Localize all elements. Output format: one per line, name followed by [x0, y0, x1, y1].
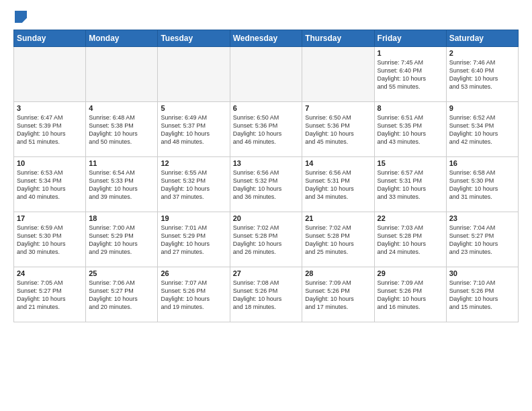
day-number: 9 [449, 104, 515, 112]
day-cell: 25Sunrise: 7:06 AM Sunset: 5:27 PM Dayli… [86, 267, 158, 322]
day-cell [230, 47, 302, 102]
calendar-table: SundayMondayTuesdayWednesdayThursdayFrid… [13, 30, 519, 322]
day-cell: 24Sunrise: 7:05 AM Sunset: 5:27 PM Dayli… [14, 267, 86, 322]
day-info: Sunrise: 6:53 AM Sunset: 5:34 PM Dayligh… [17, 169, 83, 201]
day-info: Sunrise: 6:50 AM Sunset: 5:36 PM Dayligh… [233, 113, 300, 146]
day-number: 10 [17, 159, 83, 167]
week-row-4: 24Sunrise: 7:05 AM Sunset: 5:27 PM Dayli… [14, 267, 519, 322]
logo-icon [15, 11, 27, 23]
day-cell: 27Sunrise: 7:08 AM Sunset: 5:26 PM Dayli… [230, 267, 302, 322]
day-cell: 20Sunrise: 7:02 AM Sunset: 5:28 PM Dayli… [230, 212, 302, 267]
day-info: Sunrise: 7:02 AM Sunset: 5:28 PM Dayligh… [305, 224, 371, 257]
day-number: 1 [378, 49, 443, 57]
day-number: 29 [378, 269, 443, 277]
day-info: Sunrise: 6:55 AM Sunset: 5:32 PM Dayligh… [161, 169, 226, 201]
day-info: Sunrise: 7:02 AM Sunset: 5:28 PM Dayligh… [233, 224, 300, 257]
day-number: 14 [305, 159, 371, 167]
col-header-monday: Monday [86, 30, 158, 47]
day-cell: 9Sunrise: 6:52 AM Sunset: 5:34 PM Daylig… [446, 102, 518, 157]
day-cell: 16Sunrise: 6:58 AM Sunset: 5:30 PM Dayli… [446, 157, 518, 212]
day-number: 21 [305, 214, 371, 222]
day-info: Sunrise: 7:01 AM Sunset: 5:29 PM Dayligh… [161, 224, 226, 257]
col-header-thursday: Thursday [302, 30, 374, 47]
day-info: Sunrise: 7:07 AM Sunset: 5:26 PM Dayligh… [161, 279, 226, 312]
day-cell: 17Sunrise: 6:59 AM Sunset: 5:30 PM Dayli… [14, 212, 86, 267]
day-cell: 18Sunrise: 7:00 AM Sunset: 5:29 PM Dayli… [86, 212, 158, 267]
day-cell: 22Sunrise: 7:03 AM Sunset: 5:28 PM Dayli… [374, 212, 446, 267]
col-header-sunday: Sunday [14, 30, 86, 47]
col-header-tuesday: Tuesday [158, 30, 230, 47]
day-cell: 10Sunrise: 6:53 AM Sunset: 5:34 PM Dayli… [14, 157, 86, 212]
header-row: SundayMondayTuesdayWednesdayThursdayFrid… [14, 30, 519, 47]
day-info: Sunrise: 7:10 AM Sunset: 5:26 PM Dayligh… [449, 279, 515, 312]
day-number: 13 [233, 159, 300, 167]
day-number: 3 [17, 104, 83, 112]
day-number: 22 [378, 214, 443, 222]
day-cell: 23Sunrise: 7:04 AM Sunset: 5:27 PM Dayli… [446, 212, 518, 267]
week-row-3: 17Sunrise: 6:59 AM Sunset: 5:30 PM Dayli… [14, 212, 519, 267]
day-number: 19 [161, 214, 226, 222]
day-info: Sunrise: 7:09 AM Sunset: 5:26 PM Dayligh… [378, 279, 443, 312]
day-info: Sunrise: 7:09 AM Sunset: 5:26 PM Dayligh… [305, 279, 371, 312]
day-cell: 5Sunrise: 6:49 AM Sunset: 5:37 PM Daylig… [158, 102, 230, 157]
day-info: Sunrise: 7:08 AM Sunset: 5:26 PM Dayligh… [233, 279, 300, 312]
day-info: Sunrise: 6:58 AM Sunset: 5:30 PM Dayligh… [449, 169, 515, 201]
day-number: 18 [89, 214, 154, 222]
day-number: 16 [449, 159, 515, 167]
day-cell: 6Sunrise: 6:50 AM Sunset: 5:36 PM Daylig… [230, 102, 302, 157]
day-number: 28 [305, 269, 371, 277]
day-cell: 3Sunrise: 6:47 AM Sunset: 5:39 PM Daylig… [14, 102, 86, 157]
day-info: Sunrise: 7:45 AM Sunset: 6:40 PM Dayligh… [378, 58, 443, 91]
day-cell: 11Sunrise: 6:54 AM Sunset: 5:33 PM Dayli… [86, 157, 158, 212]
day-cell: 30Sunrise: 7:10 AM Sunset: 5:26 PM Dayli… [446, 267, 518, 322]
day-info: Sunrise: 7:00 AM Sunset: 5:29 PM Dayligh… [89, 224, 154, 257]
day-info: Sunrise: 6:57 AM Sunset: 5:31 PM Dayligh… [378, 169, 443, 201]
week-row-2: 10Sunrise: 6:53 AM Sunset: 5:34 PM Dayli… [14, 157, 519, 212]
day-info: Sunrise: 7:06 AM Sunset: 5:27 PM Dayligh… [89, 279, 154, 312]
day-info: Sunrise: 7:46 AM Sunset: 6:40 PM Dayligh… [449, 58, 515, 91]
day-info: Sunrise: 6:50 AM Sunset: 5:36 PM Dayligh… [305, 113, 371, 146]
col-header-friday: Friday [374, 30, 446, 47]
day-info: Sunrise: 6:47 AM Sunset: 5:39 PM Dayligh… [17, 113, 83, 146]
day-number: 17 [17, 214, 83, 222]
col-header-wednesday: Wednesday [230, 30, 302, 47]
day-number: 7 [305, 104, 371, 112]
day-info: Sunrise: 7:05 AM Sunset: 5:27 PM Dayligh… [17, 279, 83, 312]
day-number: 12 [161, 159, 226, 167]
day-cell: 8Sunrise: 6:51 AM Sunset: 5:35 PM Daylig… [374, 102, 446, 157]
week-row-1: 3Sunrise: 6:47 AM Sunset: 5:39 PM Daylig… [14, 102, 519, 157]
day-cell: 19Sunrise: 7:01 AM Sunset: 5:29 PM Dayli… [158, 212, 230, 267]
day-cell: 12Sunrise: 6:55 AM Sunset: 5:32 PM Dayli… [158, 157, 230, 212]
col-header-saturday: Saturday [446, 30, 518, 47]
day-cell: 29Sunrise: 7:09 AM Sunset: 5:26 PM Dayli… [374, 267, 446, 322]
day-cell: 13Sunrise: 6:56 AM Sunset: 5:32 PM Dayli… [230, 157, 302, 212]
day-cell [302, 47, 374, 102]
day-cell: 28Sunrise: 7:09 AM Sunset: 5:26 PM Dayli… [302, 267, 374, 322]
day-number: 11 [89, 159, 154, 167]
day-cell [14, 47, 86, 102]
day-number: 30 [449, 269, 515, 277]
day-number: 5 [161, 104, 226, 112]
week-row-0: 1Sunrise: 7:45 AM Sunset: 6:40 PM Daylig… [14, 47, 519, 102]
day-number: 2 [449, 49, 515, 57]
day-info: Sunrise: 6:51 AM Sunset: 5:35 PM Dayligh… [378, 113, 443, 146]
day-info: Sunrise: 6:48 AM Sunset: 5:38 PM Dayligh… [89, 113, 154, 146]
day-number: 23 [449, 214, 515, 222]
day-info: Sunrise: 6:49 AM Sunset: 5:37 PM Dayligh… [161, 113, 226, 146]
day-cell: 2Sunrise: 7:46 AM Sunset: 6:40 PM Daylig… [446, 47, 518, 102]
day-number: 27 [233, 269, 300, 277]
day-info: Sunrise: 6:56 AM Sunset: 5:32 PM Dayligh… [233, 169, 300, 201]
day-number: 25 [89, 269, 154, 277]
day-cell [158, 47, 230, 102]
header [13, 11, 519, 23]
day-cell: 26Sunrise: 7:07 AM Sunset: 5:26 PM Dayli… [158, 267, 230, 322]
day-info: Sunrise: 6:56 AM Sunset: 5:31 PM Dayligh… [305, 169, 371, 201]
day-cell: 15Sunrise: 6:57 AM Sunset: 5:31 PM Dayli… [374, 157, 446, 212]
day-number: 4 [89, 104, 154, 112]
day-info: Sunrise: 7:03 AM Sunset: 5:28 PM Dayligh… [378, 224, 443, 257]
page: SundayMondayTuesdayWednesdayThursdayFrid… [0, 0, 532, 411]
day-cell: 4Sunrise: 6:48 AM Sunset: 5:38 PM Daylig… [86, 102, 158, 157]
day-number: 26 [161, 269, 226, 277]
day-cell: 21Sunrise: 7:02 AM Sunset: 5:28 PM Dayli… [302, 212, 374, 267]
day-info: Sunrise: 7:04 AM Sunset: 5:27 PM Dayligh… [449, 224, 515, 257]
